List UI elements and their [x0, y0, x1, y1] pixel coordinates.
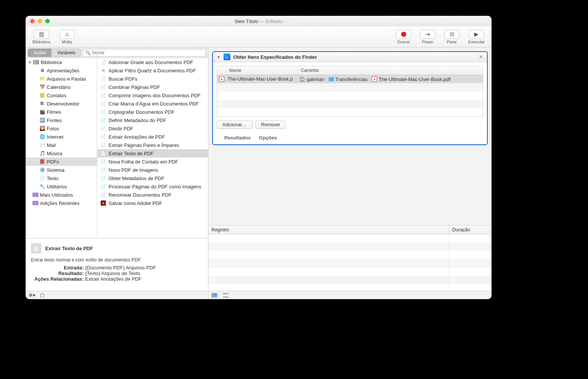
window-title: Sem Título — Editado [26, 18, 492, 24]
add-button[interactable]: Adicionar… [217, 121, 253, 129]
toolbar: ▥ Biblioteca ♫ Mídia Gravar ⇥ Passo Para… [26, 26, 492, 47]
chevron-right-icon: › [326, 77, 327, 81]
library-item[interactable]: 🖥Apresentações [26, 66, 97, 75]
automator-window: Sem Título — Editado ▥ Biblioteca ♫ Mídi… [26, 16, 492, 299]
action-item[interactable]: 📄Combinar Páginas PDF [97, 83, 208, 91]
library-item[interactable]: 🌐Internet [26, 133, 97, 141]
action-item[interactable]: 📄Adicionar Grade aos Documentos PDF [97, 58, 208, 66]
step-button[interactable]: ⇥ Passo [417, 29, 438, 45]
disclosure-triangle[interactable]: ▼ [217, 55, 220, 59]
pdf-icon: A [372, 76, 377, 82]
remove-button[interactable]: Remover [256, 121, 286, 129]
action-item[interactable]: 📄Definir Metadados do PDF [97, 116, 208, 124]
tab-actions[interactable]: Ações [28, 49, 51, 57]
table-row[interactable]: A The-Ultimate-Mac-User-Book.p 🏠gakman ›… [217, 75, 483, 83]
action-item[interactable]: 📄Renomear Documentos PDF [97, 191, 208, 199]
action-item[interactable]: 📄Nova Folha de Contato em PDF [97, 157, 208, 166]
preview-action-icon: 📄 [31, 243, 41, 254]
workflow-area[interactable]: ▼ ☺ Obter Itens Especificados do Finder … [208, 47, 492, 225]
action-item[interactable]: 📄Extrair Anotações de PDF [97, 133, 208, 141]
library-item[interactable]: ⚙️Sistema [26, 166, 97, 174]
action-item[interactable]: 📄Extrair Páginas Pares e Ímpares [97, 141, 208, 149]
library-item[interactable]: 🎵Música [26, 149, 97, 157]
log-column-duration[interactable]: Duração [449, 226, 492, 234]
action-item[interactable]: ✕Aplicar Filtro Quartz a Documentos PDF [97, 66, 208, 75]
finder-icon: ☺ [224, 53, 230, 60]
library-item[interactable]: ✉️Mail [26, 141, 97, 149]
action-title: Obter Itens Especificados do Finder [233, 54, 476, 60]
library-item[interactable]: 📁Arquivos e Pastas [26, 75, 97, 83]
record-button[interactable]: Gravar [393, 29, 414, 45]
library-item[interactable]: 📅Calendário [26, 83, 97, 91]
chevron-right-icon: › [369, 77, 370, 81]
actions-list[interactable]: 📄Adicionar Grade aos Documentos PDF✕Apli… [97, 58, 208, 238]
action-item[interactable]: 📄Novo PDF de Imagens [97, 166, 208, 174]
left-status-bar: ✲▾ ▢ [26, 291, 208, 299]
smart-folder[interactable]: Mais Utilizados [26, 191, 97, 199]
action-item[interactable]: 📄Criar Marca d'Água em Documentos PDF [97, 99, 208, 108]
search-icon: 🔍 [85, 50, 91, 55]
sidebar-icon: ▥ [34, 30, 49, 39]
library-root[interactable]: ▼Biblioteca [26, 58, 97, 66]
step-icon: ⇥ [420, 30, 435, 39]
library-item[interactable]: 🔧Utilitários [26, 182, 97, 191]
action-item[interactable]: 📄Criptografar Documentos PDF [97, 108, 208, 116]
tab-variables[interactable]: Variáveis [51, 49, 81, 57]
pdf-icon: A [219, 76, 224, 82]
stop-icon [444, 30, 459, 39]
library-categories[interactable]: ▼Biblioteca🖥Apresentações📁Arquivos e Pas… [26, 58, 97, 238]
title-text: Sem Título [235, 18, 259, 24]
library-item[interactable]: 🛠Desenvolvedor [26, 99, 97, 108]
action-item[interactable]: ASalvar como Adobe PDF [97, 199, 208, 207]
gear-menu[interactable]: ✲▾ [29, 292, 35, 298]
action-item[interactable]: 📄Buscar PDFs [97, 75, 208, 83]
log-body [208, 234, 492, 291]
stop-button[interactable]: Parar [441, 29, 462, 45]
media-button[interactable]: ♫ Mídia [57, 29, 78, 45]
log-header: Registro Duração [208, 225, 492, 234]
action-item[interactable]: 📄Obter Metadados de PDF [97, 174, 208, 182]
finder-items-table: Nome Caminho A The-Ultimate-Mac-User-Boo… [217, 66, 483, 117]
home-icon: 🏠 [299, 76, 305, 82]
library-item[interactable]: 📕PDFs [26, 157, 97, 166]
results-tab[interactable]: Resultados [224, 135, 251, 141]
media-icon: ♫ [60, 30, 75, 39]
column-header-name[interactable]: Nome [226, 66, 298, 75]
desc-title: Extrair Texto de PDF [45, 246, 93, 251]
action-item[interactable]: 📄Dividir PDF [97, 124, 208, 133]
log-column-register[interactable]: Registro [208, 226, 449, 234]
library-tabs: Ações Variáveis [28, 49, 81, 57]
library-item[interactable]: 🎬Filmes [26, 108, 97, 116]
desc-summary: Extrai texto normal e com estilo de docu… [31, 257, 203, 263]
action-item[interactable]: 📄Comprimir Imagens dos Documentos PDF [97, 91, 208, 99]
view-mode-grid[interactable] [223, 293, 229, 298]
title-edited: — Editado [260, 18, 283, 24]
search-input[interactable] [92, 50, 203, 55]
run-button[interactable]: ▶ Executar [466, 29, 488, 45]
file-name: The-Ultimate-Mac-User-Book.p [226, 76, 298, 82]
titlebar: Sem Título — Editado [26, 16, 492, 26]
search-field[interactable]: 🔍 [83, 49, 206, 57]
options-tab[interactable]: Opções [259, 135, 277, 141]
remove-action-button[interactable]: ✕ [479, 54, 483, 60]
library-item[interactable]: 📒Contatos [26, 91, 97, 99]
action-description: 📄Extrair Texto de PDF Extrai texto norma… [26, 238, 208, 291]
right-status-bar [208, 291, 492, 299]
folder-icon [329, 77, 334, 81]
library-panel: Ações Variáveis 🔍 ▼Biblioteca🖥Apresentaç… [26, 47, 208, 299]
column-header-path[interactable]: Caminho [298, 66, 483, 75]
action-item[interactable]: 📄Extrair Texto de PDF [97, 149, 208, 157]
inspector-toggle[interactable]: ▢ [40, 292, 44, 298]
file-path: 🏠gakman › Transferências › AThe-Ultimate… [298, 76, 483, 82]
library-item[interactable]: 🔤Fontes [26, 116, 97, 124]
record-icon [396, 30, 411, 39]
play-icon: ▶ [469, 30, 484, 39]
library-item[interactable]: 📄Texto [26, 174, 97, 182]
workflow-panel: ▼ ☺ Obter Itens Especificados do Finder … [208, 47, 492, 299]
library-item[interactable]: 🌄Fotos [26, 124, 97, 133]
workflow-action-card[interactable]: ▼ ☺ Obter Itens Especificados do Finder … [212, 51, 488, 145]
action-item[interactable]: 📄Processar Páginas do PDF como Imagens [97, 182, 208, 191]
view-mode-list[interactable] [211, 293, 217, 298]
smart-folder[interactable]: Adições Recentes [26, 199, 97, 207]
library-toggle-button[interactable]: ▥ Biblioteca [29, 29, 54, 45]
